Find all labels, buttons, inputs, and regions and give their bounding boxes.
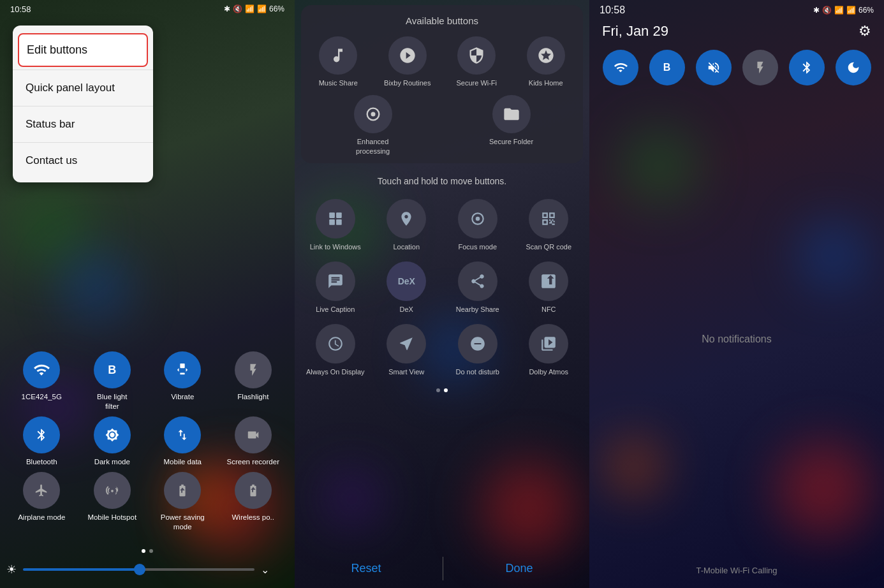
p3-signal-icon: 📶 xyxy=(846,6,856,15)
mobiledata-label: Mobile data xyxy=(164,457,202,467)
no-notifications-text: No notifications xyxy=(702,334,771,345)
enhanced-circle xyxy=(354,95,392,133)
tile-wifi[interactable]: 1CE424_5G xyxy=(10,351,73,411)
status-bar-p1: 10:58 ✱ 🔇 📶 📶 66% xyxy=(0,0,295,18)
edit-dot-1 xyxy=(436,388,440,392)
p3-battery: 66% xyxy=(858,6,874,15)
curr-focus[interactable]: Focus mode xyxy=(447,199,508,251)
contact-us-label: Contact us xyxy=(26,154,77,166)
p3-time: 10:58 xyxy=(600,4,625,16)
battery-status: 66% xyxy=(269,4,284,13)
p3-tile-wifi[interactable] xyxy=(603,50,638,85)
page-dots-p1 xyxy=(142,549,153,553)
smartview-label: Smart View xyxy=(388,367,424,376)
avail-bixby[interactable]: Bixby Routines xyxy=(379,36,436,87)
avail-securefolder[interactable]: Secure Folder xyxy=(483,95,540,156)
edit-dot-2 xyxy=(444,388,448,392)
wifi-calling-footer: T-Mobile Wi-Fi Calling xyxy=(589,566,884,575)
p3-tile-bluelight[interactable]: B xyxy=(649,50,685,85)
status-time-p1: 10:58 xyxy=(10,4,31,14)
svg-rect-5 xyxy=(336,219,342,225)
mute-status-icon: 🔇 xyxy=(233,4,242,13)
tile-bluetooth-1[interactable]: Bluetooth xyxy=(10,416,73,467)
tile-bluelight[interactable]: B Blue lightfilter xyxy=(80,351,144,411)
brightness-thumb[interactable] xyxy=(134,564,145,575)
p3-tile-bluetooth[interactable] xyxy=(789,50,825,85)
curr-nfc[interactable]: NFC xyxy=(519,261,580,314)
nearbyshare-circle xyxy=(458,261,497,301)
tile-flashlight-1[interactable]: Flashlight xyxy=(221,351,285,411)
tile-wireless[interactable]: Wireless po.. xyxy=(221,472,285,532)
edit-page-dots xyxy=(295,388,589,392)
curr-dolby[interactable]: Dolby Atmos xyxy=(519,324,580,376)
p3-status-icons: ✱ 🔇 📶 📶 66% xyxy=(813,6,874,15)
wireless-label: Wireless po.. xyxy=(232,513,274,522)
current-grid: Link to Windows Location Focus mode Scan… xyxy=(295,194,589,382)
divider-2 xyxy=(13,106,153,107)
tile-screenrecorder[interactable]: Screen recorder xyxy=(221,416,285,467)
p3-tile-mute[interactable] xyxy=(696,50,732,85)
tile-vibrate[interactable]: Vibrate xyxy=(151,351,214,411)
reset-button[interactable]: Reset xyxy=(325,557,406,580)
tile-powersave[interactable]: Power saving mode xyxy=(151,472,214,532)
status-bar-label: Status bar xyxy=(26,118,75,130)
avail-securewifi[interactable]: Secure Wi-Fi xyxy=(448,36,505,87)
curr-qrcode[interactable]: Scan QR code xyxy=(519,199,580,251)
status-bar-item[interactable]: Status bar xyxy=(13,108,153,141)
dex-label: DeX xyxy=(400,305,413,314)
tile-hotspot[interactable]: Mobile Hotspot xyxy=(80,472,144,532)
p3-tile-flashlight[interactable] xyxy=(742,50,778,85)
brightness-bar[interactable]: ☀ ⌄ xyxy=(6,562,269,577)
avail-kidshome[interactable]: Kids Home xyxy=(517,36,575,87)
bluelight-circle: B xyxy=(94,351,131,388)
settings-gear-icon[interactable]: ⚙ xyxy=(858,23,871,40)
chevron-down-icon[interactable]: ⌄ xyxy=(261,564,269,576)
enhanced-label: Enhanced processing xyxy=(344,137,402,156)
curr-livecaption[interactable]: Live Caption xyxy=(305,261,366,314)
tiles-row-2: Bluetooth Dark mode Mobile data Screen r… xyxy=(6,416,288,467)
curr-aod[interactable]: Always On Display xyxy=(305,324,366,376)
nearbyshare-label: Nearby Share xyxy=(456,305,499,314)
curr-dex[interactable]: DeX DeX xyxy=(376,261,438,314)
link-windows-label: Link to Windows xyxy=(310,242,361,251)
available-section: Available buttons Music Share Bixby Rout… xyxy=(301,5,583,163)
dolby-circle xyxy=(529,324,568,364)
edit-buttons-item[interactable]: Edit buttons xyxy=(18,33,148,67)
action-divider xyxy=(443,557,443,580)
bluetooth-circle-1 xyxy=(23,416,60,453)
curr-smartview[interactable]: Smart View xyxy=(376,324,438,376)
contact-us-item[interactable]: Contact us xyxy=(13,144,153,177)
vibrate-circle xyxy=(164,351,201,388)
bluelight-label: Blue lightfilter xyxy=(97,392,127,411)
tile-airplane[interactable]: Airplane mode xyxy=(10,472,73,532)
brightness-track[interactable] xyxy=(23,568,254,571)
tile-darkmode[interactable]: Dark mode xyxy=(80,416,144,467)
flashlight-circle-1 xyxy=(235,351,272,388)
avail-enhanced[interactable]: Enhanced processing xyxy=(344,95,402,156)
vibrate-label: Vibrate xyxy=(171,392,194,402)
quick-panel-layout-item[interactable]: Quick panel layout xyxy=(13,71,153,105)
p3-date: Fri, Jan 29 xyxy=(602,23,668,40)
curr-nearbyshare[interactable]: Nearby Share xyxy=(447,261,508,314)
panel-2: Available buttons Music Share Bixby Rout… xyxy=(295,0,589,588)
curr-location[interactable]: Location xyxy=(376,199,438,251)
done-button[interactable]: Done xyxy=(480,557,558,580)
wifi-status-icon: 📶 xyxy=(245,4,254,13)
nfc-label: NFC xyxy=(541,305,556,314)
curr-link-windows[interactable]: Link to Windows xyxy=(305,199,366,251)
airplane-label: Airplane mode xyxy=(18,513,65,522)
wifi-circle xyxy=(23,351,60,388)
tiles-row-3: Airplane mode Mobile Hotspot Power savin… xyxy=(6,472,288,532)
avail-music-share[interactable]: Music Share xyxy=(309,36,367,87)
move-hint: Touch and hold to move buttons. xyxy=(295,168,589,194)
status-icons-p1: ✱ 🔇 📶 📶 66% xyxy=(224,4,284,13)
dolby-label: Dolby Atmos xyxy=(529,367,568,376)
bixby-circle xyxy=(388,36,427,75)
screenrecorder-circle xyxy=(235,416,272,453)
curr-dnd[interactable]: Do not disturb xyxy=(447,324,508,376)
kidshome-circle xyxy=(527,36,565,75)
wireless-circle xyxy=(235,472,272,509)
tile-mobiledata[interactable]: Mobile data xyxy=(151,416,214,467)
wifi-label: 1CE424_5G xyxy=(22,392,62,402)
p3-tile-darkmode[interactable] xyxy=(836,50,871,85)
